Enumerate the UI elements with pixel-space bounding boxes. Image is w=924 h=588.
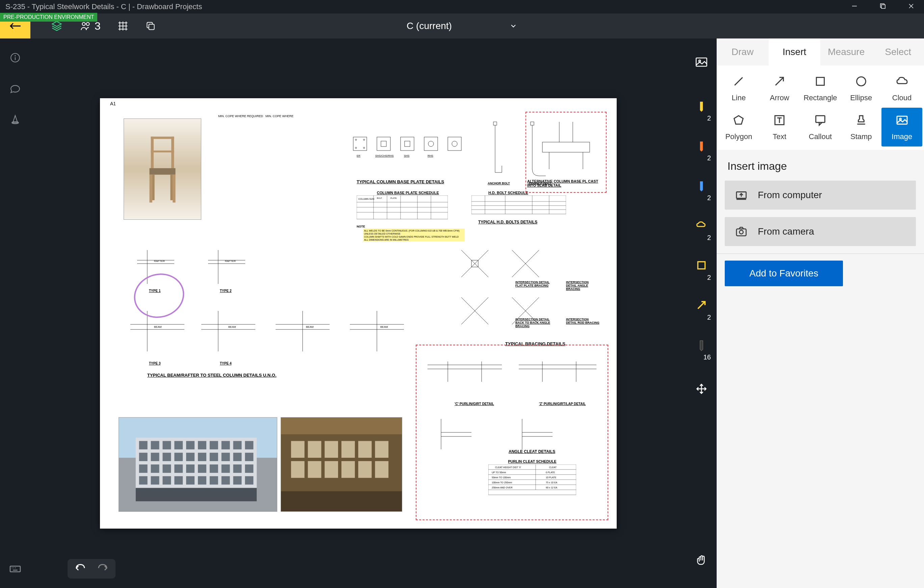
people-button[interactable]: 3 bbox=[80, 20, 101, 32]
tab-insert[interactable]: Insert bbox=[769, 38, 821, 66]
svg-point-37 bbox=[363, 139, 365, 140]
svg-rect-214 bbox=[816, 77, 824, 85]
svg-rect-27 bbox=[171, 137, 174, 169]
minimize-button[interactable] bbox=[847, 2, 862, 13]
maximize-button[interactable] bbox=[875, 2, 890, 13]
canvas-area[interactable]: A1 MIN. bbox=[30, 38, 686, 588]
svg-text:75 x 10 EA: 75 x 10 EA bbox=[546, 481, 558, 484]
grid-button[interactable] bbox=[117, 21, 128, 31]
svg-rect-32 bbox=[173, 175, 175, 203]
tool-callout[interactable]: Callout bbox=[800, 108, 841, 147]
document-page[interactable]: A1 MIN. bbox=[100, 98, 617, 529]
inserted-image-building[interactable] bbox=[119, 417, 277, 512]
svg-rect-164 bbox=[186, 453, 195, 461]
svg-rect-180 bbox=[139, 476, 148, 484]
svg-rect-158 bbox=[233, 441, 242, 449]
yellow-rect-tool[interactable]: 2 bbox=[691, 255, 711, 275]
tab-select[interactable]: Select bbox=[872, 38, 924, 66]
svg-text:SHS: SHS bbox=[404, 154, 409, 157]
svg-rect-190 bbox=[136, 488, 257, 501]
from-computer-button[interactable]: From computer bbox=[725, 181, 916, 209]
svg-rect-185 bbox=[198, 476, 206, 484]
layers-button[interactable] bbox=[51, 20, 63, 32]
svg-text:50mm TO 100mm: 50mm TO 100mm bbox=[492, 476, 511, 479]
left-sidebar bbox=[0, 38, 30, 588]
tool-cloud[interactable]: Cloud bbox=[881, 69, 922, 108]
svg-rect-186 bbox=[210, 476, 218, 484]
svg-point-39 bbox=[363, 147, 365, 148]
svg-line-209 bbox=[698, 302, 705, 309]
image-tool-icon[interactable] bbox=[691, 52, 711, 72]
inserted-image-chair[interactable] bbox=[124, 119, 201, 220]
blue-pen-tool[interactable]: 2 bbox=[691, 176, 711, 196]
tab-draw[interactable]: Draw bbox=[717, 38, 769, 66]
camera-icon bbox=[735, 225, 748, 238]
tool-stamp[interactable]: Stamp bbox=[841, 108, 881, 147]
copy-button[interactable] bbox=[145, 21, 156, 31]
yellow-arrow-tool[interactable]: 2 bbox=[691, 295, 711, 315]
svg-point-8 bbox=[86, 23, 89, 26]
orange-highlighter-tool[interactable]: 2 bbox=[691, 136, 711, 156]
svg-rect-155 bbox=[198, 441, 206, 449]
svg-rect-169 bbox=[245, 453, 253, 461]
svg-point-47 bbox=[452, 141, 457, 147]
yellow-cloud-tool[interactable]: 2 bbox=[691, 215, 711, 236]
tool-line[interactable]: Line bbox=[718, 69, 759, 108]
undo-button[interactable] bbox=[74, 563, 86, 575]
svg-rect-170 bbox=[139, 464, 148, 473]
tool-rectangle[interactable]: Rectangle bbox=[800, 69, 841, 108]
close-button[interactable] bbox=[904, 2, 919, 13]
title-beam-rafter: TYPICAL BEAM/RAFTER TO STEEL COLUMN DETA… bbox=[147, 373, 277, 378]
from-camera-button[interactable]: From camera bbox=[725, 217, 916, 246]
svg-rect-205 bbox=[281, 491, 402, 511]
arrow-icon bbox=[773, 74, 786, 88]
svg-text:6 PLATE: 6 PLATE bbox=[546, 471, 555, 474]
svg-rect-153 bbox=[174, 441, 183, 449]
svg-rect-28 bbox=[151, 137, 174, 139]
svg-text:BEAM: BEAM bbox=[306, 325, 314, 328]
chevron-down-icon bbox=[509, 22, 517, 30]
svg-rect-172 bbox=[162, 464, 171, 473]
inserted-image-interior[interactable] bbox=[280, 417, 402, 512]
add-to-favorites-button[interactable]: Add to Favorites bbox=[725, 260, 843, 286]
svg-rect-184 bbox=[186, 476, 195, 484]
cone-icon[interactable] bbox=[10, 114, 21, 128]
document-selector[interactable]: C (current) bbox=[407, 21, 517, 31]
svg-rect-176 bbox=[210, 464, 218, 473]
keyboard-icon[interactable] bbox=[8, 562, 22, 578]
image-icon bbox=[895, 114, 909, 127]
svg-text:CLEAT HEIGHT DIST 'X': CLEAT HEIGHT DIST 'X' bbox=[495, 466, 521, 468]
svg-rect-187 bbox=[221, 476, 230, 484]
svg-rect-175 bbox=[198, 464, 206, 473]
environment-badge: PRE-PRODUCTION ENVIRONMENT bbox=[0, 13, 97, 21]
svg-rect-167 bbox=[221, 453, 230, 461]
hand-tool[interactable] bbox=[691, 551, 711, 571]
stamp-icon bbox=[855, 114, 868, 127]
yellow-highlighter-tool[interactable]: 2 bbox=[691, 96, 711, 116]
title-angle-cleat: ANGLE CLEAT DETAILS bbox=[508, 449, 555, 454]
black-pen-tool[interactable]: 16 bbox=[691, 335, 711, 355]
tool-arrow[interactable]: Arrow bbox=[759, 69, 800, 108]
svg-text:100mm TO 250mm: 100mm TO 250mm bbox=[492, 481, 512, 484]
tab-measure[interactable]: Measure bbox=[820, 38, 872, 66]
tool-polygon[interactable]: Polygon bbox=[718, 108, 759, 147]
svg-rect-35 bbox=[353, 137, 367, 150]
svg-rect-181 bbox=[151, 476, 159, 484]
svg-rect-26 bbox=[151, 137, 153, 169]
insert-tool-grid: Line Arrow Rectangle Ellipse Cloud Polyg… bbox=[717, 66, 924, 150]
rectangle-icon bbox=[813, 74, 827, 88]
svg-rect-33 bbox=[152, 175, 155, 200]
tool-text[interactable]: Text bbox=[759, 108, 800, 147]
move-tool[interactable] bbox=[691, 379, 711, 399]
svg-text:RHS: RHS bbox=[427, 154, 433, 157]
ellipse-icon bbox=[855, 74, 868, 88]
svg-point-7 bbox=[82, 23, 86, 26]
redo-button[interactable] bbox=[97, 563, 109, 575]
tool-image[interactable]: Image bbox=[881, 108, 922, 147]
title-alt-base: ALTERNATIVE COLUMN BASE PL CAST INTO SLA… bbox=[527, 179, 605, 187]
info-icon[interactable] bbox=[10, 52, 21, 66]
svg-rect-154 bbox=[186, 441, 195, 449]
comment-icon[interactable] bbox=[10, 83, 21, 97]
svg-text:BOLT: BOLT bbox=[377, 197, 382, 199]
tool-ellipse[interactable]: Ellipse bbox=[841, 69, 881, 108]
